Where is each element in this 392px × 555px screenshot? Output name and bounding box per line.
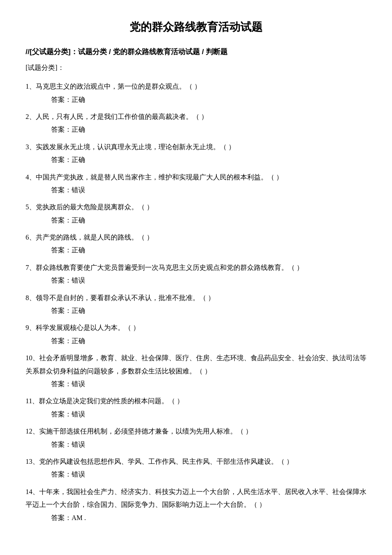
- question-block: 7、群众路线教育要使广大党员普遍受到一次马克思主义历史观点和党的群众路线教育。（…: [26, 261, 366, 287]
- answer-line: 答案：错误: [26, 184, 366, 197]
- question-text: 14、十年来，我国社会生产力、经济实力、科技实力迈上一个大台阶，人民生活水平、居…: [26, 486, 366, 512]
- answer-line: 答案：正确: [26, 123, 366, 136]
- answer-line: 答案：正确: [26, 304, 366, 317]
- question-text: 10、社会矛盾明显增多，教育、就业、社会保障、医疗、住房、生态环境、食品药品安全…: [26, 352, 366, 378]
- answer-line: 答案：AM .: [26, 512, 366, 524]
- question-block: 10、社会矛盾明显增多，教育、就业、社会保障、医疗、住房、生态环境、食品药品安全…: [26, 352, 366, 390]
- question-text: 6、共产党的路线，就是人民的路线。（ ）: [26, 231, 366, 244]
- page-title: 党的群众路线教育活动试题: [26, 17, 366, 37]
- answer-line: 答案：正确: [26, 93, 366, 106]
- question-block: 6、共产党的路线，就是人民的路线。（ ）答案：正确: [26, 231, 366, 257]
- question-text: 8、领导不是自封的，要看群众承认不承认，批准不批准。（ ）: [26, 292, 366, 304]
- question-block: 3、实践发展永无止境，认识真理永无止境，理论创新永无止境。（ ）答案：正确: [26, 141, 366, 167]
- answer-line: 答案：正确: [26, 244, 366, 257]
- answer-line: 答案：错误: [26, 408, 366, 421]
- answer-line: 答案：错误: [26, 438, 366, 451]
- category-header: //[父试题分类]：试题分类 / 党的群众路线教育活动试题 / 判断题: [26, 46, 366, 59]
- question-block: 1、马克思主义的政治观点中，第一位的是群众观点。（ ）答案：正确: [26, 80, 366, 106]
- question-block: 5、党执政后的最大危险是脱离群众。（ ）答案：正确: [26, 201, 366, 227]
- question-text: 2、人民，只有人民，才是我们工作价值的最高裁决者。（ ）: [26, 110, 366, 123]
- question-text: 9、科学发展观核心是以人为本。（ ）: [26, 321, 366, 334]
- sub-category: [试题分类]：: [26, 62, 366, 74]
- question-text: 7、群众路线教育要使广大党员普遍受到一次马克思主义历史观点和党的群众路线教育。（…: [26, 261, 366, 274]
- category-prefix: //[父试题分类]：: [26, 48, 78, 56]
- question-block: 11、群众立场是决定我们党的性质的根本问题。（ ）答案：错误: [26, 395, 366, 421]
- category-path: 试题分类 / 党的群众路线教育活动试题 / 判断题: [78, 48, 228, 56]
- questions-container: 1、马克思主义的政治观点中，第一位的是群众观点。（ ）答案：正确2、人民，只有人…: [26, 80, 366, 524]
- answer-line: 答案：错误: [26, 274, 366, 287]
- answer-line: 答案：错误: [26, 468, 366, 481]
- question-block: 8、领导不是自封的，要看群众承认不承认，批准不批准。（ ）答案：正确: [26, 292, 366, 318]
- question-block: 9、科学发展观核心是以人为本。（ ）答案：正确: [26, 321, 366, 347]
- question-block: 4、中国共产党执政，就是替人民当家作主，维护和实现最广大人民的根本利益。（ ）答…: [26, 171, 366, 197]
- question-text: 1、马克思主义的政治观点中，第一位的是群众观点。（ ）: [26, 80, 366, 93]
- question-text: 11、群众立场是决定我们党的性质的根本问题。（ ）: [26, 395, 366, 408]
- question-block: 13、党的作风建设包括思想作风、学风、工作作风、民主作风、干部生活作风建设。（ …: [26, 455, 366, 481]
- answer-line: 答案：正确: [26, 214, 366, 227]
- question-block: 2、人民，只有人民，才是我们工作价值的最高裁决者。（ ）答案：正确: [26, 110, 366, 136]
- question-text: 12、实施干部选拔任用机制，必须坚持德才兼备，以绩为先用人标准。（ ）: [26, 425, 366, 438]
- question-text: 13、党的作风建设包括思想作风、学风、工作作风、民主作风、干部生活作风建设。（ …: [26, 455, 366, 468]
- question-block: 14、十年来，我国社会生产力、经济实力、科技实力迈上一个大台阶，人民生活水平、居…: [26, 486, 366, 524]
- answer-line: 答案：正确: [26, 335, 366, 347]
- question-text: 4、中国共产党执政，就是替人民当家作主，维护和实现最广大人民的根本利益。（ ）: [26, 171, 366, 184]
- question-block: 12、实施干部选拔任用机制，必须坚持德才兼备，以绩为先用人标准。（ ）答案：错误: [26, 425, 366, 451]
- answer-line: 答案：错误: [26, 378, 366, 390]
- answer-line: 答案：正确: [26, 153, 366, 166]
- question-text: 3、实践发展永无止境，认识真理永无止境，理论创新永无止境。（ ）: [26, 141, 366, 153]
- question-text: 5、党执政后的最大危险是脱离群众。（ ）: [26, 201, 366, 214]
